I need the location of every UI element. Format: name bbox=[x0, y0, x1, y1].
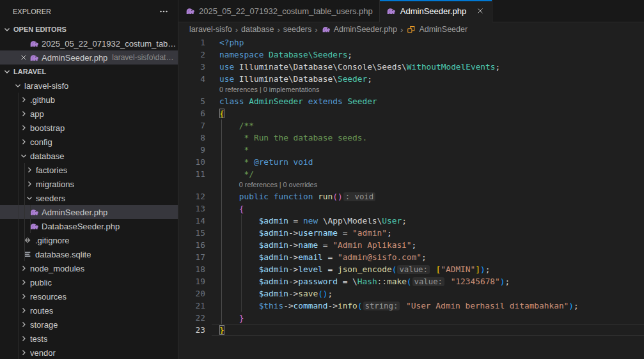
line-number[interactable]: 21 bbox=[178, 300, 205, 312]
line-number[interactable]: 17 bbox=[178, 251, 205, 263]
tree-item-app[interactable]: app bbox=[0, 107, 178, 121]
code-line-1[interactable]: 1<?php bbox=[178, 36, 644, 49]
tree-item-factories[interactable]: factories bbox=[0, 163, 178, 177]
codelens[interactable]: 0 references | 0 implementations bbox=[178, 85, 644, 95]
tree-item-databaseseeder-php[interactable]: DatabaseSeeder.php bbox=[0, 219, 178, 233]
line-number[interactable]: 2 bbox=[178, 49, 205, 61]
tree-item-label: .gitignore bbox=[35, 236, 69, 245]
tree-item-vendor[interactable]: vendor bbox=[0, 346, 178, 359]
chevron-right-icon bbox=[19, 95, 29, 105]
tree-item-adminseeder-php[interactable]: AdminSeeder.php bbox=[0, 205, 178, 219]
code-line-16[interactable]: 16 $admin->name = "Admin Aplikasi"; bbox=[178, 239, 644, 251]
tree-item-node-modules[interactable]: node_modules bbox=[0, 261, 178, 275]
code-line-13[interactable]: 13 { bbox=[178, 202, 644, 215]
line-number[interactable]: 13 bbox=[178, 202, 205, 215]
line-number[interactable]: 14 bbox=[178, 215, 205, 227]
line-number[interactable]: 20 bbox=[178, 287, 205, 300]
code-line-7[interactable]: 7 /** bbox=[178, 119, 644, 132]
line-number[interactable]: 6 bbox=[178, 107, 205, 119]
line-number[interactable]: 4 bbox=[178, 73, 205, 85]
tab-title: 2025_05_22_071932_costum_table_users.php bbox=[199, 6, 373, 16]
tree-item--gitignore[interactable]: .gitignore bbox=[0, 233, 178, 247]
line-number[interactable]: 11 bbox=[178, 168, 205, 180]
chevron-right-icon bbox=[19, 333, 29, 344]
breadcrumb-segment[interactable]: AdminSeeder bbox=[406, 24, 467, 34]
code-line-22[interactable]: 22 } bbox=[178, 312, 644, 324]
breadcrumb-label: AdminSeeder bbox=[419, 25, 467, 34]
chevron-right-icon bbox=[19, 277, 29, 287]
line-number[interactable]: 7 bbox=[178, 119, 205, 132]
code-line-19[interactable]: 19 $admin->password = \Hash::make(value:… bbox=[178, 275, 644, 287]
tree-item-label: seeders bbox=[36, 194, 65, 203]
tree-item-public[interactable]: public bbox=[0, 275, 178, 289]
line-number[interactable]: 8 bbox=[178, 132, 205, 144]
explorer-title: EXPLORER bbox=[13, 8, 51, 15]
tree-item-config[interactable]: config bbox=[0, 135, 178, 149]
line-number[interactable]: 15 bbox=[178, 227, 205, 239]
tree-item-database-sqlite[interactable]: database.sqlite bbox=[0, 247, 178, 261]
workspace-root-header[interactable]: LARAVEL bbox=[0, 65, 178, 79]
code-line-18[interactable]: 18 $admin->level = json_encode(value: ["… bbox=[178, 263, 644, 275]
codelens[interactable]: 0 references | 0 overrides bbox=[178, 180, 644, 190]
line-number[interactable]: 3 bbox=[178, 61, 205, 73]
line-number[interactable]: 9 bbox=[178, 144, 205, 156]
close-icon[interactable] bbox=[19, 52, 29, 63]
code-line-17[interactable]: 17 $admin->email = "admin@sisfo.com"; bbox=[178, 251, 644, 263]
tab-close-icon[interactable] bbox=[475, 6, 485, 16]
code-line-9[interactable]: 9 * bbox=[178, 144, 644, 156]
code-line-14[interactable]: 14 $admin = new \App\Models\User; bbox=[178, 215, 644, 227]
tab-inactive[interactable]: 2025_05_22_071932_costum_table_users.php bbox=[178, 0, 380, 22]
open-editors-list: 2025_05_22_071932_costum_table_users.php… bbox=[0, 36, 178, 65]
breadcrumb-segment[interactable]: AdminSeeder.php bbox=[321, 24, 397, 34]
code-line-8[interactable]: 8 * Run the database seeds. bbox=[178, 132, 644, 144]
line-number[interactable]: 22 bbox=[178, 312, 205, 324]
code-line-5[interactable]: 5class AdminSeeder extends Seeder bbox=[178, 95, 644, 107]
breadcrumb-segment[interactable]: laravel-sisfo bbox=[189, 25, 232, 34]
line-number[interactable]: 18 bbox=[178, 263, 205, 275]
code-line-11[interactable]: 11 */ bbox=[178, 168, 644, 180]
tree-item-database[interactable]: database bbox=[0, 149, 178, 163]
code-line-23[interactable]: 23} bbox=[178, 324, 644, 336]
chevron-down-icon bbox=[24, 193, 35, 203]
code-line-15[interactable]: 15 $admin->username = "admin"; bbox=[178, 227, 644, 239]
code-line-6[interactable]: 6{ bbox=[178, 107, 644, 119]
tree-item-seeders[interactable]: seeders bbox=[0, 191, 178, 205]
tree-item-laravel-sisfo[interactable]: laravel-sisfo bbox=[0, 79, 178, 93]
line-number[interactable]: 23 bbox=[178, 324, 205, 336]
open-editors-header[interactable]: OPEN EDITORS bbox=[0, 22, 178, 36]
editor-group: 2025_05_22_071932_costum_table_users.php… bbox=[178, 0, 644, 359]
code-line-21[interactable]: 21 $this->command->info(string: "User Ad… bbox=[178, 300, 644, 312]
breadcrumb-label: AdminSeeder.php bbox=[334, 25, 397, 34]
line-number[interactable]: 10 bbox=[178, 156, 205, 168]
line-number[interactable]: 19 bbox=[178, 275, 205, 287]
tree-item-tests[interactable]: tests bbox=[0, 332, 178, 346]
tree-item-label: app bbox=[30, 109, 44, 119]
breadcrumb-segment[interactable]: database bbox=[241, 25, 274, 34]
tree-item-label: config bbox=[30, 137, 52, 147]
code-line-3[interactable]: 3use Illuminate\Database\Console\Seeds\W… bbox=[178, 61, 644, 73]
explorer-actions-icon[interactable] bbox=[159, 6, 169, 17]
code-line-10[interactable]: 10 * @return void bbox=[178, 156, 644, 168]
line-number[interactable]: 1 bbox=[178, 36, 205, 49]
code-line-12[interactable]: 12 public function run(): void bbox=[178, 190, 644, 202]
tree-item-resources[interactable]: resources bbox=[0, 289, 178, 303]
line-number[interactable]: 16 bbox=[178, 239, 205, 251]
tree-indent-guide bbox=[19, 93, 19, 359]
code-line-20[interactable]: 20 $admin->save(); bbox=[178, 287, 644, 300]
tree-item-routes[interactable]: routes bbox=[0, 303, 178, 317]
code-line-4[interactable]: 4use Illuminate\Database\Seeder; bbox=[178, 73, 644, 85]
tree-item-storage[interactable]: storage bbox=[0, 317, 178, 332]
tab-active[interactable]: AdminSeeder.php bbox=[380, 0, 492, 22]
line-number[interactable]: 12 bbox=[178, 190, 205, 202]
tree-item-bootstrap[interactable]: bootstrap bbox=[0, 121, 178, 135]
php-elephant-icon bbox=[185, 6, 195, 16]
open-editor-item[interactable]: AdminSeeder.phplaravel-sisfo\database\se… bbox=[0, 50, 178, 65]
breadcrumb-segment[interactable]: seeders bbox=[283, 25, 311, 34]
tree-item--github[interactable]: .github bbox=[0, 93, 178, 107]
open-editor-item[interactable]: 2025_05_22_071932_costum_table_users.php bbox=[0, 36, 178, 50]
chevron-down-icon bbox=[13, 80, 23, 91]
code-line-2[interactable]: 2namespace Database\Seeders; bbox=[178, 49, 644, 61]
line-number[interactable]: 5 bbox=[178, 95, 205, 107]
tree-item-migrations[interactable]: migrations bbox=[0, 177, 178, 191]
code-editor[interactable]: 1<?php2namespace Database\Seeders;3use I… bbox=[178, 36, 644, 359]
